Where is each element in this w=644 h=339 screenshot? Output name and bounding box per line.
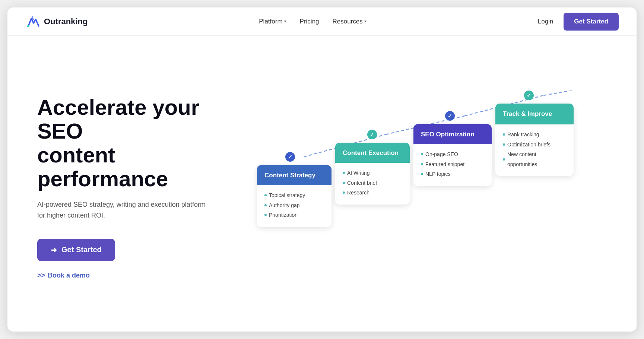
navbar: Outranking Platform ▾ Pricing Resources … <box>7 7 637 36</box>
bullet-icon <box>264 194 267 196</box>
resources-chevron-icon: ▾ <box>364 19 367 24</box>
login-link[interactable]: Login <box>538 18 553 25</box>
logo-icon <box>25 14 40 29</box>
arrow-icon: ➜ <box>51 245 57 254</box>
svg-marker-3 <box>31 16 34 20</box>
card-strategy-body: Topical strategy Authority gap Prioritiz… <box>257 185 331 227</box>
card-item: Prioritization <box>264 210 324 220</box>
hero-subtitle: AI-powered SEO strategy, writing and exe… <box>37 199 209 221</box>
bullet-icon <box>343 191 345 194</box>
card-item: Authority gap <box>264 200 324 210</box>
svg-point-2 <box>27 25 29 27</box>
brand-name: Outranking <box>44 17 88 26</box>
bullet-icon <box>503 143 505 146</box>
card-track-header: Track & Improve <box>495 104 574 124</box>
nav-actions: Login Get Started <box>538 13 619 31</box>
card-track-body: Rank tracking Optimization briefs New co… <box>495 124 574 176</box>
card-execution-body: AI Writing Content brief Research <box>335 163 410 205</box>
card-item: New content opportunities <box>503 149 566 169</box>
card-strategy-header: Content Strategy <box>257 165 331 185</box>
hero-get-started-button[interactable]: ➜ Get Started <box>37 239 115 261</box>
card-item: Featured snippet <box>421 159 484 170</box>
card-item: NLP topics <box>421 169 484 179</box>
card-item: Topical strategy <box>264 190 324 200</box>
platform-chevron-icon: ▾ <box>284 19 286 24</box>
hero-left: Accelerate your SEO content performance … <box>37 95 238 279</box>
card-item: Rank tracking <box>503 130 566 140</box>
bullet-icon <box>421 163 423 165</box>
card-seo-optimization: SEO Optimization On-page SEO Featured sn… <box>413 124 492 186</box>
nav-pricing[interactable]: Pricing <box>300 18 319 25</box>
bullet-icon <box>264 204 267 206</box>
card-item: AI Writing <box>343 168 402 178</box>
card-track-improve: Track & Improve Rank tracking Optimizati… <box>495 104 574 176</box>
checkpoint-4: ✓ <box>524 91 534 100</box>
bullet-icon <box>503 133 505 136</box>
card-execution-header: Content Execution <box>335 143 410 163</box>
card-seo-body: On-page SEO Featured snippet NLP topics <box>413 144 492 186</box>
hero-diagram: ✓ ✓ ✓ ✓ Content Strategy Topical strateg… <box>253 91 607 284</box>
nav-platform[interactable]: Platform ▾ <box>259 18 286 25</box>
nav-get-started-button[interactable]: Get Started <box>564 13 619 31</box>
bullet-icon <box>343 182 345 184</box>
card-item: Content brief <box>343 178 402 188</box>
bullet-icon <box>264 214 267 216</box>
bullet-icon <box>421 173 423 175</box>
checkpoint-2: ✓ <box>367 130 377 139</box>
checkpoint-1: ✓ <box>285 152 295 162</box>
nav-resources[interactable]: Resources ▾ <box>333 18 367 25</box>
checkpoint-3: ✓ <box>445 111 455 121</box>
card-content-execution: Content Execution AI Writing Content bri… <box>335 143 410 205</box>
card-item: On-page SEO <box>421 149 484 159</box>
bullet-icon <box>503 158 505 161</box>
logo[interactable]: Outranking <box>25 14 88 29</box>
card-content-strategy: Content Strategy Topical strategy Author… <box>257 165 331 227</box>
bullet-icon <box>343 172 345 174</box>
card-seo-header: SEO Optimization <box>413 124 492 144</box>
card-item: Optimization briefs <box>503 140 566 150</box>
hero-section: Accelerate your SEO content performance … <box>7 36 637 332</box>
card-item: Research <box>343 188 402 198</box>
hero-title: Accelerate your SEO content performance <box>37 95 238 190</box>
svg-line-7 <box>544 91 592 95</box>
nav-links: Platform ▾ Pricing Resources ▾ <box>259 18 367 25</box>
bullet-icon <box>421 153 423 155</box>
book-demo-link[interactable]: >> Book a demo <box>37 272 238 279</box>
